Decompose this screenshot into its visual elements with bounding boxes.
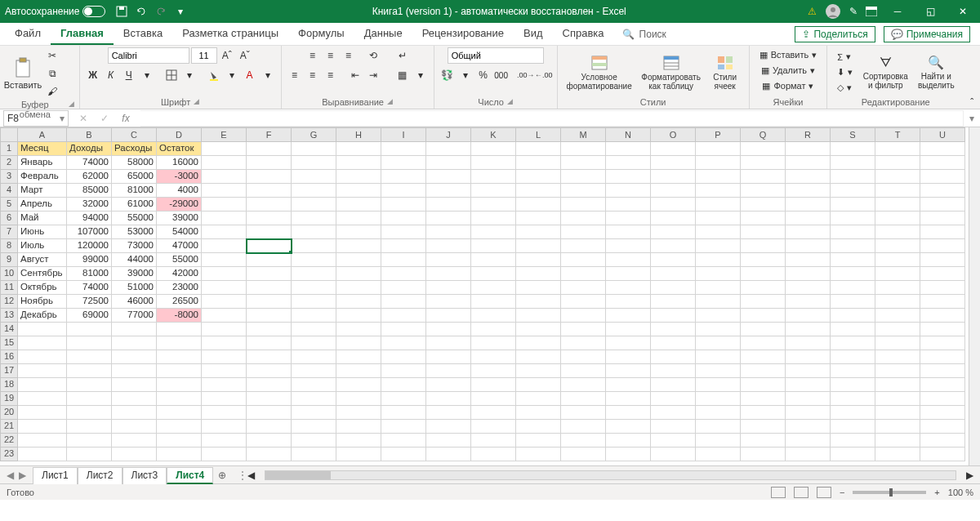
cell[interactable] <box>561 434 606 448</box>
cell[interactable] <box>381 253 426 267</box>
cell[interactable] <box>336 309 381 323</box>
vertical-scrollbar[interactable] <box>969 127 980 465</box>
col-header-U[interactable]: U <box>920 127 965 142</box>
cell[interactable] <box>157 336 202 350</box>
cell[interactable] <box>875 336 920 350</box>
cell[interactable] <box>247 378 292 392</box>
cell[interactable] <box>875 350 920 364</box>
cell[interactable] <box>696 198 741 212</box>
cell[interactable]: 81000 <box>112 184 157 198</box>
tab-файл[interactable]: Файл <box>5 23 51 45</box>
cell[interactable] <box>202 198 247 212</box>
col-header-T[interactable]: T <box>875 127 920 142</box>
cell[interactable]: Февраль <box>18 170 67 184</box>
row-header[interactable]: 7 <box>0 225 18 239</box>
cell[interactable] <box>696 156 741 170</box>
cell[interactable] <box>651 281 696 295</box>
cell[interactable] <box>247 295 292 309</box>
cell[interactable] <box>741 420 786 434</box>
cell[interactable]: Август <box>18 253 67 267</box>
cell[interactable] <box>696 309 741 323</box>
cell[interactable]: 44000 <box>112 253 157 267</box>
cell[interactable] <box>247 225 292 239</box>
search-box[interactable]: 🔍 Поиск <box>622 29 795 40</box>
cell[interactable] <box>786 184 831 198</box>
cell[interactable] <box>67 350 112 364</box>
cell[interactable]: Месяц <box>18 142 67 156</box>
cell[interactable] <box>112 323 157 336</box>
cell[interactable]: 74000 <box>67 156 112 170</box>
cell[interactable]: Ноябрь <box>18 295 67 309</box>
cell[interactable] <box>336 406 381 420</box>
cell[interactable]: 55000 <box>112 212 157 225</box>
cell[interactable] <box>561 170 606 184</box>
cell[interactable] <box>157 323 202 336</box>
cell[interactable]: Расходы <box>112 142 157 156</box>
cell[interactable] <box>786 212 831 225</box>
tab-формулы[interactable]: Формулы <box>288 23 354 45</box>
col-header-R[interactable]: R <box>786 127 831 142</box>
cell[interactable] <box>561 392 606 406</box>
cell[interactable] <box>696 448 741 461</box>
cell[interactable] <box>606 350 651 364</box>
cell[interactable] <box>292 212 336 225</box>
expand-formula-bar-icon[interactable]: ▾ <box>964 113 980 124</box>
cell[interactable] <box>516 378 561 392</box>
cell[interactable] <box>606 448 651 461</box>
cell[interactable]: 77000 <box>112 309 157 323</box>
cell[interactable] <box>831 392 875 406</box>
cell[interactable] <box>875 323 920 336</box>
cell[interactable]: Апрель <box>18 198 67 212</box>
cell[interactable] <box>426 170 471 184</box>
cell[interactable] <box>516 336 561 350</box>
cell[interactable] <box>336 184 381 198</box>
row-header[interactable]: 10 <box>0 267 18 281</box>
merge-cells-icon[interactable]: ▦ <box>394 67 411 83</box>
zoom-in-icon[interactable]: + <box>934 488 939 497</box>
cell[interactable] <box>651 295 696 309</box>
accounting-format-icon[interactable]: 💱 <box>439 67 456 83</box>
cell[interactable] <box>831 212 875 225</box>
col-header-M[interactable]: M <box>561 127 606 142</box>
cell[interactable] <box>157 350 202 364</box>
cell[interactable] <box>831 364 875 378</box>
cell[interactable] <box>516 448 561 461</box>
cell[interactable] <box>651 420 696 434</box>
cell[interactable] <box>202 281 247 295</box>
cell[interactable] <box>651 267 696 281</box>
fx-icon[interactable]: fx <box>118 110 134 127</box>
cell[interactable] <box>247 170 292 184</box>
cell[interactable] <box>741 253 786 267</box>
cell[interactable] <box>471 253 516 267</box>
ribbon-display-icon[interactable] <box>866 7 877 16</box>
align-middle-icon[interactable]: ≡ <box>323 47 339 64</box>
name-box[interactable]: F8▾ <box>3 110 69 127</box>
cell[interactable] <box>336 239 381 253</box>
cell[interactable] <box>831 267 875 281</box>
cell[interactable] <box>920 336 965 350</box>
cell[interactable] <box>651 225 696 239</box>
cell[interactable] <box>920 406 965 420</box>
cell[interactable] <box>786 350 831 364</box>
cell[interactable] <box>247 392 292 406</box>
row-header[interactable]: 12 <box>0 295 18 309</box>
cell-styles-button[interactable]: Стили ячеек <box>706 53 744 92</box>
cell[interactable] <box>516 364 561 378</box>
cell[interactable] <box>426 378 471 392</box>
cell[interactable]: 4000 <box>157 184 202 198</box>
cell[interactable] <box>381 336 426 350</box>
cell[interactable] <box>247 350 292 364</box>
cell[interactable] <box>336 336 381 350</box>
cell[interactable] <box>471 267 516 281</box>
zoom-out-icon[interactable]: − <box>840 488 844 497</box>
decrease-font-icon[interactable]: Aˇ <box>237 47 253 64</box>
sheet-prev-icon[interactable]: ◀ <box>7 470 14 481</box>
cell[interactable] <box>202 392 247 406</box>
cell[interactable] <box>247 323 292 336</box>
cell[interactable] <box>651 142 696 156</box>
increase-decimal-icon[interactable]: .00→ <box>518 67 534 83</box>
col-header-Q[interactable]: Q <box>741 127 786 142</box>
cell[interactable] <box>651 350 696 364</box>
tab-разметка страницы[interactable]: Разметка страницы <box>172 23 288 45</box>
cell[interactable] <box>741 392 786 406</box>
